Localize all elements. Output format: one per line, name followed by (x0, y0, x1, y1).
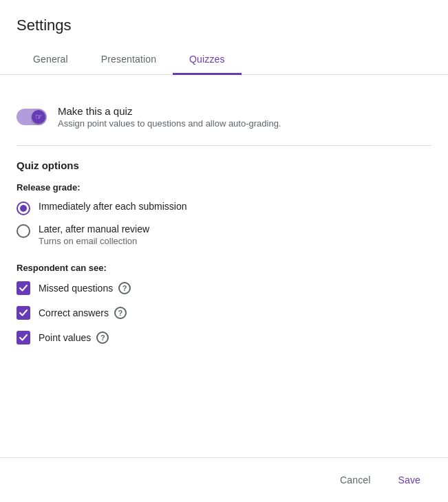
tab-quizzes[interactable]: Quizzes (173, 45, 242, 75)
release-grade-options: Immediately after each submission Later,… (17, 201, 431, 246)
toggle-thumb: ☞ (32, 110, 45, 124)
radio-immediately-text: Immediately after each submission (39, 201, 187, 212)
settings-content: ☞ Make this a quiz Assign point values t… (0, 75, 448, 345)
tabs-bar: General Presentation Quizzes (0, 45, 448, 75)
radio-immediately[interactable]: Immediately after each submission (17, 201, 431, 215)
help-missed-icon[interactable]: ? (118, 282, 131, 294)
divider-1 (17, 145, 431, 146)
checkbox-correct[interactable]: Correct answers ? (17, 306, 431, 320)
quiz-toggle-subtitle: Assign point values to questions and all… (58, 118, 281, 129)
quiz-toggle-switch[interactable]: ☞ (17, 109, 47, 125)
dialog-footer: Cancel Save (0, 457, 448, 502)
help-points-icon[interactable]: ? (96, 331, 109, 344)
checkbox-points[interactable]: Point values ? (17, 331, 431, 345)
checkbox-correct-box (17, 306, 30, 320)
respondent-label: Respondent can see: (17, 263, 431, 273)
tab-presentation[interactable]: Presentation (85, 45, 173, 75)
respondent-checkboxes: Missed questions ? Correct answers ? (17, 281, 431, 345)
help-correct-icon[interactable]: ? (114, 307, 127, 319)
radio-immediately-circle (17, 201, 30, 215)
quiz-toggle-title: Make this a quiz (58, 105, 281, 117)
cursor-icon: ☞ (35, 113, 43, 121)
checkbox-points-label: Point values ? (39, 331, 109, 344)
quiz-options-heading: Quiz options (17, 160, 431, 171)
checkbox-points-box (17, 331, 30, 345)
tab-general[interactable]: General (17, 45, 85, 75)
radio-immediately-label: Immediately after each submission (39, 201, 187, 212)
radio-later-sublabel: Turns on email collection (39, 236, 149, 246)
save-button[interactable]: Save (387, 469, 431, 491)
checkmark-points-icon (19, 334, 28, 341)
quiz-toggle-row[interactable]: ☞ Make this a quiz Assign point values t… (17, 105, 431, 129)
checkbox-correct-label: Correct answers ? (39, 307, 127, 319)
radio-later-circle (17, 224, 30, 238)
radio-later-label: Later, after manual review (39, 223, 149, 234)
toggle-text: Make this a quiz Assign point values to … (58, 105, 281, 129)
respondent-section: Respondent can see: Missed questions ? (17, 263, 431, 345)
checkmark-correct-icon (19, 309, 28, 316)
radio-later-text: Later, after manual review Turns on emai… (39, 223, 149, 246)
checkmark-missed-icon (19, 285, 28, 292)
checkbox-missed-label: Missed questions ? (39, 282, 131, 294)
release-grade-label: Release grade: (17, 182, 431, 193)
checkbox-missed[interactable]: Missed questions ? (17, 281, 431, 295)
page-title: Settings (0, 0, 448, 34)
radio-later[interactable]: Later, after manual review Turns on emai… (17, 223, 431, 246)
cancel-button[interactable]: Cancel (329, 469, 381, 491)
radio-immediately-inner (20, 205, 27, 212)
checkbox-missed-box (17, 281, 30, 295)
